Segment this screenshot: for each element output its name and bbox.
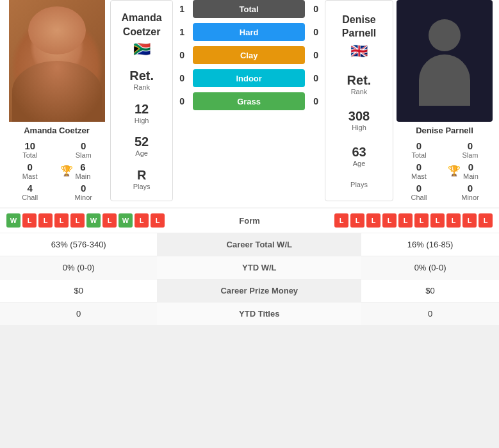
right-rank-val: Ret. xyxy=(347,73,372,88)
left-trophy-icon: 🏆 xyxy=(60,165,73,177)
ytd-titles-right: 0 xyxy=(361,303,499,326)
right-mast-val: 0 xyxy=(416,162,421,172)
form-right-badge-5: L xyxy=(414,213,429,228)
right-rank-lbl: Rank xyxy=(347,88,372,95)
form-right-badge-9: L xyxy=(479,213,493,228)
form-right-badge-7: L xyxy=(446,213,461,228)
left-age-stat: 52 Age xyxy=(135,135,149,157)
score-row-clay: 0 Clay 0 xyxy=(176,46,322,64)
left-high-val: 12 xyxy=(135,102,149,117)
right-minor-stat: 0 Minor xyxy=(448,183,493,201)
left-mast-val: 0 xyxy=(28,162,33,172)
total-right-score: 0 xyxy=(310,4,322,14)
indoor-left-score: 0 xyxy=(176,73,188,83)
form-right-badge-3: L xyxy=(382,213,397,228)
right-slam-lbl: Slam xyxy=(462,151,478,159)
right-age-val: 63 xyxy=(352,145,366,160)
form-right-badge-2: L xyxy=(366,213,380,228)
top-section: Amanda Coetzer 10 Total 0 Slam 0 Mast xyxy=(0,0,499,208)
silhouette-head xyxy=(429,19,461,51)
grass-right-score: 0 xyxy=(310,96,322,106)
left-minor-stat: 0 Minor xyxy=(60,183,108,201)
hard-left-score: 1 xyxy=(176,27,188,37)
left-mast-lbl: Mast xyxy=(22,172,38,180)
left-chall-lbl: Chall xyxy=(22,194,38,201)
form-left-badge-2: L xyxy=(38,213,53,228)
indoor-badge: Indoor xyxy=(193,69,305,87)
form-right: LLLLLLLLLL xyxy=(291,213,493,228)
right-total-val: 0 xyxy=(416,140,421,151)
clay-left-score: 0 xyxy=(176,50,188,60)
left-age-val: 52 xyxy=(135,135,149,149)
left-slam-stat: 0 Slam xyxy=(60,140,108,159)
left-rank-val: Ret. xyxy=(129,69,154,83)
form-left-badge-3: L xyxy=(54,213,69,228)
left-player-title: Amanda Coetzer xyxy=(116,11,167,38)
left-player-photo xyxy=(9,0,105,122)
left-mast-stat: 0 Mast xyxy=(6,162,54,180)
right-plays-lbl: Plays xyxy=(350,181,368,188)
form-left-badge-6: L xyxy=(102,213,117,228)
career-prize-label: Career Prize Money xyxy=(157,279,361,303)
right-rank-stat: Ret. Rank xyxy=(347,73,372,95)
form-left-badge-5: W xyxy=(86,213,101,228)
left-player-col: Amanda Coetzer 10 Total 0 Slam 0 Mast xyxy=(6,0,107,201)
right-player-title: Denise Parnell xyxy=(331,13,388,40)
right-slam-stat: 0 Slam xyxy=(448,140,493,159)
form-right-badge-8: L xyxy=(462,213,477,228)
left-chall-val: 4 xyxy=(28,183,33,194)
grass-left-score: 0 xyxy=(176,96,188,106)
career-wl-row: 63% (576-340) Career Total W/L 16% (16-8… xyxy=(0,233,499,256)
right-chall-stat: 0 Chall xyxy=(397,183,441,201)
left-main-lbl: Main xyxy=(76,172,91,180)
left-chall-stat: 4 Chall xyxy=(6,183,54,201)
right-slam-val: 0 xyxy=(468,140,473,151)
left-total-lbl: Total xyxy=(22,151,37,159)
right-age-lbl: Age xyxy=(352,160,366,167)
career-prize-left: $0 xyxy=(0,279,157,303)
right-age-stat: 63 Age xyxy=(352,145,366,167)
right-chall-lbl: Chall xyxy=(411,194,427,201)
total-badge: Total xyxy=(193,0,305,18)
right-high-val: 308 xyxy=(348,109,370,124)
right-player-stats: 0 Total 0 Slam 0 Mast 🏆 0 xyxy=(397,140,493,201)
career-wl-label: Career Total W/L xyxy=(157,233,361,256)
left-plays-lbl: Plays xyxy=(133,183,151,190)
stats-table: 63% (576-340) Career Total W/L 16% (16-8… xyxy=(0,233,499,325)
right-plays-stat: Plays xyxy=(350,181,368,188)
right-player-photo xyxy=(397,0,493,122)
form-right-badge-6: L xyxy=(430,213,445,228)
form-right-badge-1: L xyxy=(350,213,364,228)
hard-right-score: 0 xyxy=(310,27,322,37)
total-left-score: 1 xyxy=(176,4,188,14)
silhouette-body xyxy=(419,54,470,106)
right-player-col: Denise Parnell 0 Total 0 Slam 0 Mast xyxy=(397,0,493,201)
career-prize-row: $0 Career Prize Money $0 xyxy=(0,279,499,303)
left-flag: 🇿🇦 xyxy=(116,41,167,58)
left-age-lbl: Age xyxy=(135,149,149,157)
right-trophy-row: 🏆 0 Main xyxy=(448,162,493,180)
right-main-val: 0 xyxy=(468,162,473,172)
career-prize-right: $0 xyxy=(361,279,499,303)
career-wl-right: 16% (16-85) xyxy=(361,233,499,256)
left-player-stats: 10 Total 0 Slam 0 Mast 🏆 6 xyxy=(6,140,107,201)
left-high-stat: 12 High xyxy=(135,102,149,124)
form-label: Form xyxy=(211,216,288,226)
left-main-stat: 6 Main xyxy=(76,162,91,180)
ytd-wl-right: 0% (0-0) xyxy=(361,256,499,279)
right-flag: 🇬🇧 xyxy=(331,43,388,60)
clay-badge: Clay xyxy=(193,46,305,64)
left-high-lbl: High xyxy=(135,117,149,124)
right-trophy-icon: 🏆 xyxy=(448,165,461,177)
left-main-val: 6 xyxy=(80,162,85,172)
right-mast-stat: 0 Mast xyxy=(397,162,441,180)
form-right-badge-4: L xyxy=(398,213,413,228)
ytd-wl-row: 0% (0-0) YTD W/L 0% (0-0) xyxy=(0,256,499,279)
silhouette xyxy=(419,19,470,103)
form-left-badge-1: L xyxy=(22,213,37,228)
right-minor-val: 0 xyxy=(468,183,473,194)
top-inner: Amanda Coetzer 10 Total 0 Slam 0 Mast xyxy=(6,0,493,201)
career-wl-left: 63% (576-340) xyxy=(0,233,157,256)
clay-right-score: 0 xyxy=(310,50,322,60)
left-rank-stat: Ret. Rank xyxy=(129,69,154,91)
